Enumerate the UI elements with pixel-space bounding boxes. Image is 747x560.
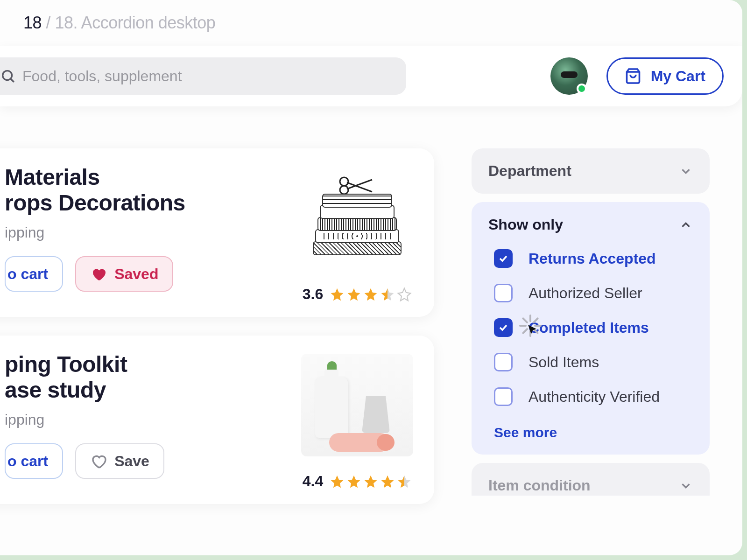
filter-sidebar: Department Show only Returns Accepted [472,148,710,504]
checkbox-checked-icon [494,249,513,268]
add-to-cart-button[interactable]: o cart [5,443,63,479]
chevron-down-icon [679,164,693,178]
svg-point-4 [340,186,348,194]
chevron-up-icon [679,218,693,232]
svg-point-0 [3,71,12,80]
presence-indicator [577,84,587,94]
product-card[interactable]: Materials rops Decorations ipping o cart… [0,148,434,317]
rating-value: 4.4 [303,473,323,490]
search-input[interactable] [22,68,395,85]
shopping-bag-icon [625,68,641,84]
accordion-department[interactable]: Department [472,148,710,194]
save-button[interactable]: Save [75,443,164,479]
heart-outline-icon [90,453,107,469]
svg-line-1 [11,79,14,82]
accordion-header[interactable]: Show only [488,216,693,233]
star-icon [363,287,378,302]
product-image [301,351,413,459]
star-icon [346,287,361,302]
filter-label: Authorized Seller [529,285,642,302]
topbar: My Cart [0,46,742,106]
checkbox-icon [494,387,513,406]
filter-authorized-seller[interactable]: Authorized Seller [494,284,693,302]
star-icon [363,474,378,489]
star-rating [330,474,412,489]
filter-label: Authenticity Verified [529,388,660,406]
star-icon [380,474,395,489]
filter-label: Completed Items [529,319,649,336]
breadcrumb: 18 / 18. Accordion desktop [0,0,742,46]
rating: 3.6 [303,286,412,303]
breadcrumb-rest: 18. Accordion desktop [55,13,216,32]
star-icon [330,287,345,302]
saved-button[interactable]: Saved [75,256,173,292]
filter-completed-items[interactable]: Completed Items [494,318,693,337]
cart-label: My Cart [651,68,705,85]
accordion-show-only: Show only Returns Accepted Authorized Se… [472,202,710,455]
add-to-cart-button[interactable]: o cart [5,256,63,292]
filter-sold-items[interactable]: Sold Items [494,353,693,371]
filter-returns-accepted[interactable]: Returns Accepted [494,249,693,268]
rating-value: 3.6 [303,286,323,303]
svg-point-3 [340,177,348,186]
product-image [301,164,413,272]
product-title: ping Toolkit ase study [5,351,280,403]
accordion-title: Department [488,162,571,180]
filter-label: Returns Accepted [529,250,656,267]
search-field[interactable] [0,57,406,95]
shipping-label: ipping [5,224,280,241]
star-half-icon [397,474,412,489]
accordion-item-condition[interactable]: Item condition [472,463,710,496]
product-card[interactable]: ping Toolkit ase study ipping o cart Sav… [0,336,434,504]
shipping-label: ipping [5,411,280,428]
accordion-title: Item condition [488,477,591,494]
product-title: Materials rops Decorations [5,164,280,216]
checkbox-icon [494,284,513,302]
checkbox-checked-icon [494,318,513,337]
breadcrumb-current: 18 [23,13,42,32]
star-empty-icon [397,287,412,302]
accordion-title: Show only [488,216,563,233]
avatar[interactable] [550,57,588,95]
chevron-down-icon [679,479,693,493]
see-more-link[interactable]: See more [494,425,693,441]
star-half-icon [380,287,395,302]
heart-filled-icon [90,266,107,282]
filter-authenticity-verified[interactable]: Authenticity Verified [494,387,693,406]
star-rating [330,287,412,302]
product-list: Materials rops Decorations ipping o cart… [0,148,434,504]
star-icon [330,474,345,489]
rating: 4.4 [303,473,412,490]
checkbox-icon [494,353,513,371]
search-icon [0,68,16,84]
my-cart-button[interactable]: My Cart [606,57,724,95]
star-icon [346,474,361,489]
filter-label: Sold Items [529,354,599,371]
